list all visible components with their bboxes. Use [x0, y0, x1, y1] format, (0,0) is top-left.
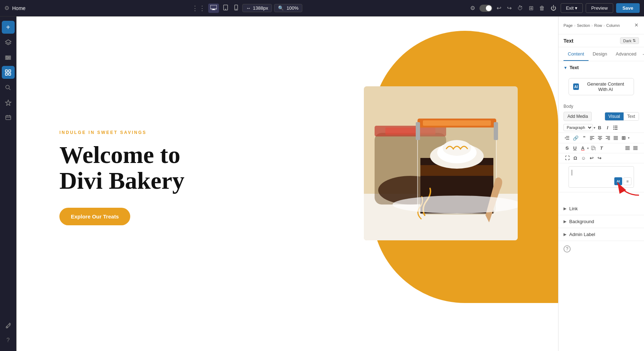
timer-button[interactable]: ⏱ [516, 4, 525, 13]
hero-cta-button[interactable]: Explore Our Treats [59, 208, 130, 225]
sidebar-brush-icon[interactable] [2, 319, 15, 332]
help-button[interactable]: ? [564, 245, 571, 253]
background-section-header[interactable]: ▶ Background [558, 215, 644, 228]
svg-rect-66 [614, 137, 618, 138]
topbar-center: ⋮⋮ ↔ 1388px 🔍 100% [192, 3, 303, 13]
settings-icon[interactable]: ⚙ [4, 5, 9, 11]
left-sidebar: + ? [0, 16, 16, 351]
svg-rect-47 [613, 129, 614, 130]
editor-ai-button[interactable]: AI [614, 177, 622, 185]
history-forward-button[interactable]: ↪ [506, 3, 513, 13]
color-dropdown-arrow[interactable]: ▾ [587, 146, 589, 150]
svg-point-13 [7, 58, 8, 59]
layout-button[interactable]: ⊞ [527, 3, 535, 13]
svg-rect-63 [606, 138, 610, 139]
theme-settings-button[interactable]: ⚙ [469, 3, 477, 13]
emoji-button[interactable]: ☺ [580, 155, 587, 162]
sidebar-add-button[interactable]: + [2, 21, 15, 34]
copy-format-button[interactable] [590, 145, 597, 151]
admin-expand-arrow: ▶ [564, 232, 566, 237]
breadcrumb-row[interactable]: Row [594, 23, 602, 28]
canvas-area[interactable]: INDULGE IN SWEET SAVINGS Welcome to Divi… [16, 16, 558, 351]
svg-rect-54 [590, 137, 593, 138]
ai-btn-wrapper: AI Generate Content With AI [558, 74, 644, 101]
svg-rect-67 [614, 138, 618, 139]
tab-content[interactable]: Content [564, 48, 589, 61]
breadcrumb-section[interactable]: Section [577, 23, 590, 28]
underline-button[interactable]: U [571, 145, 579, 152]
breadcrumb-page[interactable]: Page [564, 23, 573, 28]
tab-more-icon[interactable]: ⋯ [641, 47, 644, 61]
text-tab[interactable]: Text [624, 112, 639, 120]
exit-button[interactable]: Exit ▾ [561, 3, 583, 13]
dark-mode-toggle[interactable] [479, 5, 492, 12]
link-section-header[interactable]: ▶ Link [558, 202, 644, 215]
sidebar-help-icon[interactable]: ? [2, 334, 15, 347]
power-button[interactable]: ⏻ [549, 4, 558, 13]
svg-rect-15 [9, 70, 11, 72]
sidebar-modules-icon[interactable] [2, 66, 15, 79]
svg-line-19 [9, 88, 10, 90]
media-tabs-row: Add Media Visual Text [558, 110, 644, 122]
sidebar-search-icon[interactable] [2, 81, 15, 94]
indent-left-button[interactable] [624, 145, 631, 151]
fullscreen-button[interactable]: ⛶ [564, 155, 571, 162]
svg-rect-10 [5, 59, 11, 59]
tablet-view-button[interactable] [221, 3, 230, 13]
sidebar-settings-icon[interactable] [2, 51, 15, 64]
table-button[interactable]: ⊞ [620, 134, 627, 141]
hero-image [364, 86, 518, 240]
table-dropdown-arrow[interactable]: ▾ [628, 136, 630, 140]
dark-mode-badge[interactable]: Dark ⇅ [620, 37, 639, 44]
list-button[interactable] [612, 125, 619, 130]
svg-rect-72 [625, 147, 630, 148]
admin-label-section-header[interactable]: ▶ Admin Label [558, 228, 644, 241]
omega-button[interactable]: Ω [572, 155, 579, 162]
visual-tab[interactable]: Visual [605, 112, 624, 120]
indent-right-button[interactable] [632, 145, 639, 151]
align-center-button[interactable] [596, 135, 604, 141]
topbar: ⚙ Home ⋮⋮ ↔ 1388px 🔍 100% ⚙ ↩ ↪ ⏱ ⊞ 🗑 ⏻ [0, 0, 644, 16]
save-button[interactable]: Save [616, 3, 640, 13]
svg-rect-8 [5, 56, 11, 57]
editor-list-button[interactable]: ≡ [624, 177, 631, 185]
ai-generate-button[interactable]: AI Generate Content With AI [569, 78, 634, 95]
trash-button[interactable]: 🗑 [538, 4, 546, 13]
custom-format-button[interactable]: T [598, 145, 605, 152]
preview-button[interactable]: Preview [586, 3, 613, 13]
color-button[interactable]: A [579, 145, 586, 152]
undo-button[interactable]: ↩ [588, 155, 595, 162]
text-section-header[interactable]: ▼ Text [558, 61, 644, 74]
outdent-button[interactable] [564, 135, 571, 141]
italic-button[interactable]: I [604, 124, 611, 131]
sidebar-history-icon[interactable] [2, 111, 15, 124]
desktop-view-button[interactable] [208, 4, 219, 13]
text-editor-area[interactable]: AI ≡ [569, 166, 634, 188]
topbar-right: ⚙ ↩ ↪ ⏱ ⊞ 🗑 ⏻ Exit ▾ Preview Save [469, 3, 640, 13]
justify-button[interactable] [612, 135, 619, 141]
sidebar-star-icon[interactable] [2, 96, 15, 109]
breadcrumb-column[interactable]: Column [606, 23, 620, 28]
paragraph-select[interactable]: Paragraph Heading 1 Heading 2 [564, 124, 593, 131]
panel-close-button[interactable]: × [634, 21, 639, 30]
svg-marker-7 [5, 40, 11, 43]
align-left-button[interactable] [589, 135, 596, 141]
width-display[interactable]: ↔ 1388px [242, 4, 272, 12]
tab-advanced[interactable]: Advanced [611, 48, 641, 61]
tab-design[interactable]: Design [589, 48, 611, 61]
strikethrough-button[interactable]: S [564, 145, 571, 152]
hero-right [323, 16, 558, 310]
sidebar-layers-icon[interactable] [2, 36, 15, 49]
section-expand-arrow: ▼ [564, 66, 567, 70]
add-media-button[interactable]: Add Media [564, 112, 592, 121]
quote-button[interactable]: " [581, 134, 588, 141]
mobile-view-button[interactable] [232, 3, 240, 13]
svg-rect-2 [212, 10, 215, 10]
zoom-display[interactable]: 🔍 100% [274, 4, 302, 12]
align-right-button[interactable] [604, 135, 611, 141]
link-button[interactable]: 🔗 [571, 135, 580, 141]
breadcrumb-sep2: › [591, 23, 593, 28]
bold-button[interactable]: B [596, 124, 603, 131]
redo-button[interactable]: ↪ [596, 155, 603, 162]
history-back-button[interactable]: ↩ [495, 3, 503, 13]
